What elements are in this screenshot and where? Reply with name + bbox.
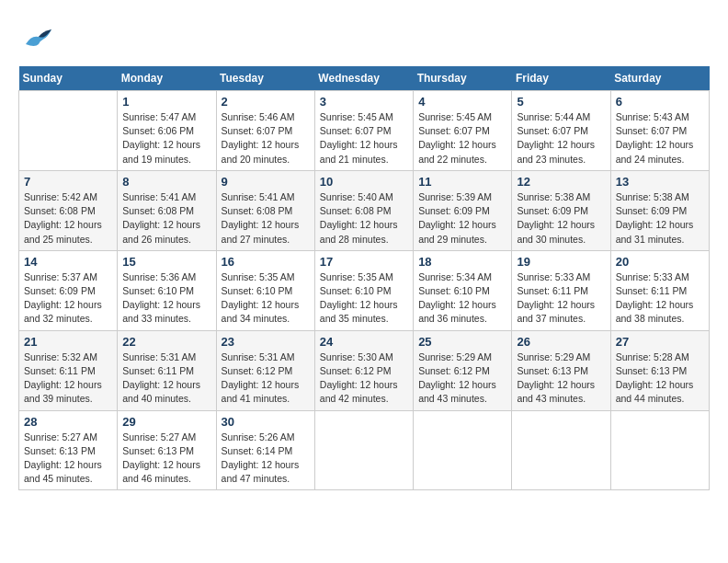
calendar-cell: 13Sunrise: 5:38 AM Sunset: 6:09 PM Dayli… <box>610 170 709 250</box>
calendar-cell: 25Sunrise: 5:29 AM Sunset: 6:12 PM Dayli… <box>414 330 512 410</box>
day-number: 19 <box>517 255 605 269</box>
day-info: Sunrise: 5:31 AM Sunset: 6:11 PM Dayligh… <box>122 350 210 407</box>
day-number: 3 <box>320 95 408 109</box>
day-info: Sunrise: 5:38 AM Sunset: 6:09 PM Dayligh… <box>517 190 605 247</box>
day-number: 23 <box>222 335 310 349</box>
calendar-cell: 4Sunrise: 5:45 AM Sunset: 6:07 PM Daylig… <box>414 91 512 171</box>
day-number: 4 <box>418 95 506 109</box>
day-info: Sunrise: 5:41 AM Sunset: 6:08 PM Dayligh… <box>122 190 210 247</box>
calendar-week-row: 28Sunrise: 5:27 AM Sunset: 6:13 PM Dayli… <box>19 410 710 490</box>
day-info: Sunrise: 5:46 AM Sunset: 6:07 PM Dayligh… <box>222 110 310 167</box>
calendar-header-row: SundayMondayTuesdayWednesdayThursdayFrid… <box>19 66 710 91</box>
day-number: 29 <box>122 415 210 429</box>
day-number: 12 <box>517 175 605 189</box>
calendar-cell <box>19 91 118 171</box>
day-number: 25 <box>418 335 506 349</box>
day-number: 15 <box>122 255 210 269</box>
day-info: Sunrise: 5:45 AM Sunset: 6:07 PM Dayligh… <box>320 110 408 167</box>
calendar-cell: 8Sunrise: 5:41 AM Sunset: 6:08 PM Daylig… <box>118 170 216 250</box>
calendar-cell: 3Sunrise: 5:45 AM Sunset: 6:07 PM Daylig… <box>314 91 413 171</box>
calendar-week-row: 1Sunrise: 5:47 AM Sunset: 6:06 PM Daylig… <box>19 91 710 171</box>
header-tuesday: Tuesday <box>216 66 314 91</box>
logo-icon <box>18 18 59 59</box>
day-info: Sunrise: 5:45 AM Sunset: 6:07 PM Dayligh… <box>418 110 506 167</box>
calendar-week-row: 21Sunrise: 5:32 AM Sunset: 6:11 PM Dayli… <box>19 330 710 410</box>
day-number: 16 <box>222 255 310 269</box>
day-number: 5 <box>517 95 605 109</box>
day-number: 1 <box>122 95 210 109</box>
calendar-cell: 21Sunrise: 5:32 AM Sunset: 6:11 PM Dayli… <box>19 330 118 410</box>
day-info: Sunrise: 5:38 AM Sunset: 6:09 PM Dayligh… <box>616 190 704 247</box>
calendar-week-row: 14Sunrise: 5:37 AM Sunset: 6:09 PM Dayli… <box>19 250 710 330</box>
day-info: Sunrise: 5:35 AM Sunset: 6:10 PM Dayligh… <box>320 270 408 327</box>
day-number: 10 <box>320 175 408 189</box>
day-number: 13 <box>616 175 704 189</box>
day-info: Sunrise: 5:41 AM Sunset: 6:08 PM Dayligh… <box>222 190 310 247</box>
day-number: 7 <box>24 175 112 189</box>
calendar-cell: 29Sunrise: 5:27 AM Sunset: 6:13 PM Dayli… <box>118 410 216 490</box>
calendar-cell: 27Sunrise: 5:28 AM Sunset: 6:13 PM Dayli… <box>610 330 709 410</box>
day-info: Sunrise: 5:34 AM Sunset: 6:10 PM Dayligh… <box>418 270 506 327</box>
header-saturday: Saturday <box>610 66 709 91</box>
calendar-cell: 20Sunrise: 5:33 AM Sunset: 6:11 PM Dayli… <box>610 250 709 330</box>
day-info: Sunrise: 5:28 AM Sunset: 6:13 PM Dayligh… <box>616 350 704 407</box>
day-number: 2 <box>222 95 310 109</box>
calendar-cell: 1Sunrise: 5:47 AM Sunset: 6:06 PM Daylig… <box>118 91 216 171</box>
calendar-cell: 26Sunrise: 5:29 AM Sunset: 6:13 PM Dayli… <box>512 330 610 410</box>
calendar-cell: 14Sunrise: 5:37 AM Sunset: 6:09 PM Dayli… <box>19 250 118 330</box>
calendar-cell: 30Sunrise: 5:26 AM Sunset: 6:14 PM Dayli… <box>216 410 314 490</box>
day-info: Sunrise: 5:27 AM Sunset: 6:13 PM Dayligh… <box>122 431 210 487</box>
day-info: Sunrise: 5:39 AM Sunset: 6:09 PM Dayligh… <box>418 190 506 247</box>
day-number: 18 <box>418 255 506 269</box>
calendar-cell: 28Sunrise: 5:27 AM Sunset: 6:13 PM Dayli… <box>19 410 118 490</box>
header-thursday: Thursday <box>414 66 512 91</box>
logo <box>18 18 63 59</box>
day-info: Sunrise: 5:47 AM Sunset: 6:06 PM Dayligh… <box>122 110 210 167</box>
day-number: 17 <box>320 255 408 269</box>
day-number: 22 <box>122 335 210 349</box>
day-info: Sunrise: 5:33 AM Sunset: 6:11 PM Dayligh… <box>517 270 605 327</box>
day-number: 11 <box>418 175 506 189</box>
header-monday: Monday <box>118 66 216 91</box>
calendar-cell <box>610 410 709 490</box>
calendar-cell <box>512 410 610 490</box>
page-header <box>18 18 710 59</box>
day-info: Sunrise: 5:26 AM Sunset: 6:14 PM Dayligh… <box>222 431 310 487</box>
day-info: Sunrise: 5:33 AM Sunset: 6:11 PM Dayligh… <box>616 270 704 327</box>
day-info: Sunrise: 5:29 AM Sunset: 6:13 PM Dayligh… <box>517 350 605 407</box>
day-number: 27 <box>616 335 704 349</box>
day-info: Sunrise: 5:40 AM Sunset: 6:08 PM Dayligh… <box>320 190 408 247</box>
day-info: Sunrise: 5:27 AM Sunset: 6:13 PM Dayligh… <box>24 431 112 487</box>
calendar-week-row: 7Sunrise: 5:42 AM Sunset: 6:08 PM Daylig… <box>19 170 710 250</box>
calendar-table: SundayMondayTuesdayWednesdayThursdayFrid… <box>18 66 710 490</box>
calendar-cell: 5Sunrise: 5:44 AM Sunset: 6:07 PM Daylig… <box>512 91 610 171</box>
day-number: 26 <box>517 335 605 349</box>
day-info: Sunrise: 5:35 AM Sunset: 6:10 PM Dayligh… <box>222 270 310 327</box>
calendar-cell: 16Sunrise: 5:35 AM Sunset: 6:10 PM Dayli… <box>216 250 314 330</box>
calendar-cell: 23Sunrise: 5:31 AM Sunset: 6:12 PM Dayli… <box>216 330 314 410</box>
day-info: Sunrise: 5:32 AM Sunset: 6:11 PM Dayligh… <box>24 350 112 407</box>
calendar-cell <box>414 410 512 490</box>
calendar-cell: 22Sunrise: 5:31 AM Sunset: 6:11 PM Dayli… <box>118 330 216 410</box>
day-info: Sunrise: 5:30 AM Sunset: 6:12 PM Dayligh… <box>320 350 408 407</box>
day-number: 9 <box>222 175 310 189</box>
day-info: Sunrise: 5:31 AM Sunset: 6:12 PM Dayligh… <box>222 350 310 407</box>
day-info: Sunrise: 5:43 AM Sunset: 6:07 PM Dayligh… <box>616 110 704 167</box>
calendar-cell: 11Sunrise: 5:39 AM Sunset: 6:09 PM Dayli… <box>414 170 512 250</box>
calendar-cell: 6Sunrise: 5:43 AM Sunset: 6:07 PM Daylig… <box>610 91 709 171</box>
calendar-cell <box>314 410 413 490</box>
day-number: 20 <box>616 255 704 269</box>
calendar-cell: 15Sunrise: 5:36 AM Sunset: 6:10 PM Dayli… <box>118 250 216 330</box>
calendar-cell: 10Sunrise: 5:40 AM Sunset: 6:08 PM Dayli… <box>314 170 413 250</box>
header-wednesday: Wednesday <box>314 66 413 91</box>
calendar-cell: 24Sunrise: 5:30 AM Sunset: 6:12 PM Dayli… <box>314 330 413 410</box>
day-number: 8 <box>122 175 210 189</box>
calendar-cell: 19Sunrise: 5:33 AM Sunset: 6:11 PM Dayli… <box>512 250 610 330</box>
day-number: 30 <box>222 415 310 429</box>
day-number: 24 <box>320 335 408 349</box>
header-friday: Friday <box>512 66 610 91</box>
calendar-cell: 18Sunrise: 5:34 AM Sunset: 6:10 PM Dayli… <box>414 250 512 330</box>
day-info: Sunrise: 5:36 AM Sunset: 6:10 PM Dayligh… <box>122 270 210 327</box>
calendar-cell: 9Sunrise: 5:41 AM Sunset: 6:08 PM Daylig… <box>216 170 314 250</box>
calendar-cell: 2Sunrise: 5:46 AM Sunset: 6:07 PM Daylig… <box>216 91 314 171</box>
